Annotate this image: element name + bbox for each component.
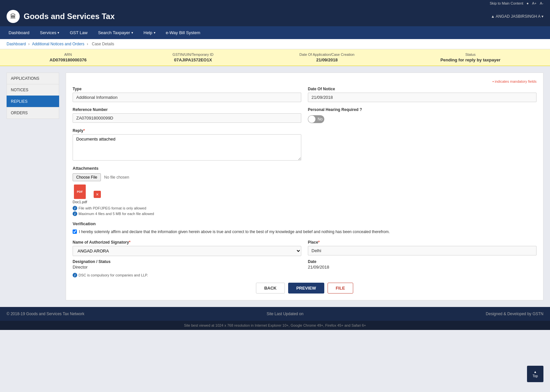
action-buttons: BACK PREVIEW FILE — [73, 283, 537, 294]
footer-bottom: Site best viewed at 1024 x 768 resolutio… — [0, 321, 550, 330]
info-banner: ARN AD0709180000376 GSTIN/UIN/Temporary … — [0, 49, 550, 66]
hint-size-text: Maximum 4 files and 5 MB for each file a… — [79, 212, 154, 216]
hearing-label: Personal Hearing Required ? — [308, 107, 537, 112]
nav-dashboard[interactable]: Dashboard — [3, 26, 35, 39]
banner-date: Date Of Application/Case Creation 21/09/… — [299, 53, 355, 62]
user-menu[interactable]: ▲ ANGAD JASBIRSINGH A ▾ — [491, 14, 543, 19]
verification-checkbox[interactable] — [73, 229, 77, 234]
dsc-info-icon: i — [73, 273, 77, 277]
banner-arn-label: ARN — [50, 53, 87, 56]
pdf-file-wrapper: Doc1.pdf — [73, 185, 87, 204]
date-group: Date 21/09/2018 — [308, 259, 537, 270]
file-hint-size: i Maximum 4 files and 5 MB for each file… — [73, 211, 537, 216]
breadcrumb-sep2: › — [87, 42, 89, 46]
banner-date-value: 21/09/2018 — [299, 57, 355, 62]
verification-section: Verification I hereby solemnly affirm an… — [73, 221, 537, 235]
sidebar-item-replies[interactable]: REPLIES — [7, 96, 59, 107]
place-required: * — [318, 240, 320, 245]
file-button[interactable]: FILE — [328, 283, 353, 294]
sidebar: APPLICATIONS NOTICES REPLIES ORDERS — [7, 73, 59, 300]
signatory-label: Name of Authorized Signatory* — [73, 240, 301, 245]
date-notice-label: Date Of Notice — [308, 87, 537, 91]
verification-label: Verification — [73, 221, 537, 226]
file-hint-format: i File with PDF/JPEG format is only allo… — [73, 206, 537, 210]
reply-label: Reply* — [73, 128, 301, 133]
date-notice-group: Date Of Notice — [308, 87, 537, 102]
type-input[interactable] — [73, 93, 301, 102]
back-button[interactable]: BACK — [256, 283, 285, 294]
nav-gst-law[interactable]: GST Law — [64, 26, 93, 39]
verification-text: I hereby solemnly affirm and declare tha… — [73, 229, 537, 235]
personal-hearing-toggle[interactable]: No — [308, 115, 324, 123]
site-title: Goods and Services Tax — [24, 12, 115, 21]
choose-file-button[interactable]: Choose File — [73, 173, 101, 181]
attachments-label: Attachments — [73, 166, 537, 171]
place-group: Place* — [308, 240, 537, 256]
nav-services[interactable]: Services ▾ — [35, 26, 65, 39]
dsc-text: DSC is compulsory for companies and LLP. — [79, 273, 148, 277]
footer-updated: Site Last Updated on — [267, 312, 304, 316]
pdf-filename: Doc1.pdf — [73, 200, 87, 204]
signatory-required: * — [129, 240, 131, 245]
info-icon-2: i — [73, 211, 77, 216]
place-input[interactable] — [308, 246, 537, 255]
signatory-group: Name of Authorized Signatory* ANGAD AROR… — [73, 240, 301, 256]
toggle-knob — [308, 116, 315, 123]
font-increase[interactable]: A+ — [532, 1, 537, 5]
nav-search-taxpayer[interactable]: Search Taxpayer ▾ — [93, 26, 138, 39]
banner-gstin-value: 07AJIPA1572EO1X — [172, 57, 214, 62]
signatory-select[interactable]: ANGAD ARORA — [73, 246, 301, 256]
skip-main-content[interactable]: Skip to Main Content — [490, 1, 523, 5]
banner-arn-value: AD0709180000376 — [50, 57, 87, 62]
breadcrumb: Dashboard › Additional Notices and Order… — [0, 39, 550, 49]
info-icon-1: i — [73, 206, 77, 210]
sidebar-item-applications[interactable]: APPLICATIONS — [7, 73, 59, 84]
banner-status-label: Status — [440, 53, 500, 56]
banner-status: Status Pending for reply by taxpayer — [440, 53, 500, 62]
pdf-icon — [74, 185, 86, 199]
header: 🏛 Goods and Services Tax ▲ ANGAD JASBIRS… — [0, 7, 550, 26]
nav-help[interactable]: Help ▾ — [138, 26, 161, 39]
font-decrease[interactable]: A- — [540, 1, 543, 5]
breadcrumb-dashboard[interactable]: Dashboard — [7, 42, 26, 46]
toggle-container: No — [308, 115, 537, 123]
nav-eway-bill[interactable]: e-Way Bill System — [161, 26, 206, 39]
no-file-text: No file chosen — [104, 175, 129, 180]
ref-hearing-row: Reference Number Personal Hearing Requir… — [73, 107, 537, 123]
designation-label: Designation / Status — [73, 259, 301, 264]
reference-input[interactable] — [73, 113, 301, 123]
sidebar-item-orders[interactable]: ORDERS — [7, 107, 59, 119]
emblem-icon: 🏛 — [7, 10, 20, 23]
banner-gstin: GSTIN/UIN/Temporary ID 07AJIPA1572EO1X — [172, 53, 214, 62]
main-nav: Dashboard Services ▾ GST Law Search Taxp… — [0, 26, 550, 39]
date-notice-input[interactable] — [308, 93, 537, 102]
reference-group: Reference Number — [73, 107, 301, 123]
reply-textarea[interactable] — [73, 134, 301, 161]
search-taxpayer-arrow-icon: ▾ — [131, 31, 133, 34]
file-input-row: Choose File No file chosen — [73, 173, 537, 181]
designation-group: Designation / Status Director — [73, 259, 301, 270]
reply-spacer — [308, 128, 537, 161]
services-arrow-icon: ▾ — [57, 31, 59, 34]
attached-file-row: Doc1.pdf × — [73, 185, 537, 204]
toggle-label: No — [318, 117, 323, 121]
hearing-group: Personal Hearing Required ? No — [308, 107, 537, 123]
breadcrumb-notices[interactable]: Additional Notices and Orders — [32, 42, 84, 46]
attachments-section: Attachments Choose File No file chosen D… — [73, 166, 537, 216]
designation-row: Designation / Status Director Date 21/09… — [73, 259, 537, 270]
reply-group: Reply* — [73, 128, 301, 161]
dsc-note: i DSC is compulsory for companies and LL… — [73, 273, 537, 277]
delete-file-button[interactable]: × — [94, 191, 101, 198]
preview-button[interactable]: PREVIEW — [288, 283, 324, 294]
header-logo: 🏛 Goods and Services Tax — [7, 10, 115, 23]
reply-required: * — [83, 128, 85, 133]
breadcrumb-sep1: › — [28, 42, 31, 46]
date-value: 21/09/2018 — [308, 265, 537, 270]
sidebar-item-notices[interactable]: NOTICES — [7, 84, 59, 96]
footer-copyright: © 2018-19 Goods and Services Tax Network — [7, 312, 84, 316]
reference-label: Reference Number — [73, 107, 301, 112]
banner-status-value: Pending for reply by taxpayer — [440, 57, 500, 62]
type-date-row: Type Date Of Notice — [73, 87, 537, 102]
form-area: indicates mandatory fields Type Date Of … — [66, 73, 543, 300]
footer-main: © 2018-19 Goods and Services Tax Network… — [0, 307, 550, 321]
